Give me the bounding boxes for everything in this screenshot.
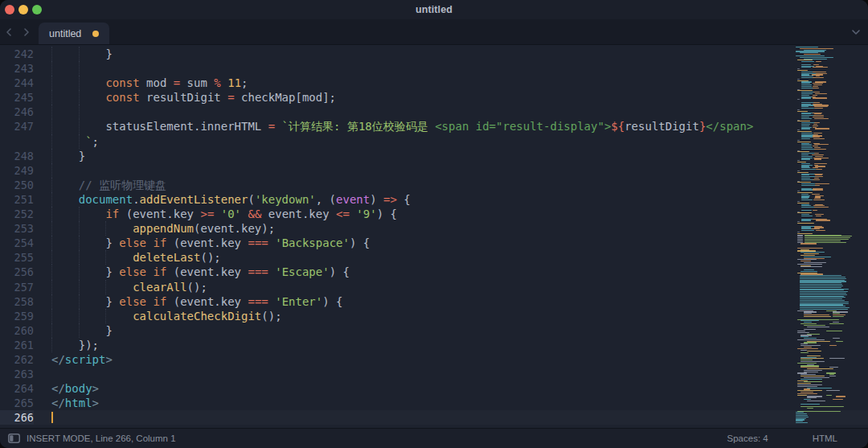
line-content[interactable] <box>51 105 868 119</box>
line-content[interactable]: if (event.key >= '0' && event.key <= '9'… <box>51 207 868 221</box>
code-line[interactable]: 246 <box>0 105 868 119</box>
line-content[interactable]: </script> <box>51 352 868 367</box>
code-line[interactable]: 248 } <box>0 149 868 163</box>
line-number <box>0 134 34 149</box>
tab-overflow-button[interactable] <box>847 20 865 44</box>
panel-left-icon <box>8 434 20 443</box>
code-line[interactable]: 247 statusElement.innerHTML = `计算结果: 第18… <box>0 119 868 134</box>
line-content[interactable] <box>51 163 868 178</box>
zoom-button[interactable] <box>32 5 42 14</box>
code-line[interactable]: 242 } <box>0 47 868 61</box>
indent-guide <box>51 178 52 192</box>
indent-guide <box>105 250 106 265</box>
line-content[interactable]: } else if (event.key === 'Backspace') { <box>51 236 868 250</box>
code-line[interactable]: 251 document.addEventListener('keydown',… <box>0 192 868 207</box>
line-content[interactable]: const resultDigit = checkMap[mod]; <box>51 90 868 105</box>
code-token: } <box>51 236 119 249</box>
panel-toggle-button[interactable] <box>8 434 20 443</box>
line-content[interactable]: }); <box>51 338 868 352</box>
indent-guide <box>79 323 80 338</box>
nav-back-button[interactable] <box>0 20 18 44</box>
line-content[interactable]: `; <box>51 134 868 149</box>
line-content[interactable] <box>51 61 868 76</box>
line-content[interactable]: // 监听物理键盘 <box>51 178 868 192</box>
code-line[interactable]: 265</html> <box>0 396 868 410</box>
line-content[interactable]: } else if (event.key === 'Escape') { <box>51 265 868 279</box>
indent-guide <box>79 250 80 265</box>
language-indicator[interactable]: HTML <box>813 434 837 443</box>
code-line[interactable]: 260 } <box>0 323 868 338</box>
line-content[interactable]: } <box>51 323 868 338</box>
tab-bar: untitled <box>0 19 868 45</box>
line-content[interactable]: deleteLast(); <box>51 250 868 265</box>
code-line[interactable]: 252 if (event.key >= '0' && event.key <=… <box>0 207 868 221</box>
code-line[interactable]: 255 deleteLast(); <box>0 250 868 265</box>
minimap-line <box>813 210 817 211</box>
minimap-line <box>829 323 844 324</box>
minimap-line <box>815 93 827 94</box>
editor-pane: 242 }243244 const mod = sum % 11;245 con… <box>0 45 868 428</box>
line-content[interactable]: statusElement.innerHTML = `计算结果: 第18位校验码… <box>51 119 868 134</box>
line-number: 249 <box>0 163 34 178</box>
nav-forward-button[interactable] <box>18 20 35 44</box>
code-line[interactable]: 261 }); <box>0 338 868 352</box>
code-line[interactable]: 254 } else if (event.key === 'Backspace'… <box>0 236 868 250</box>
text-cursor <box>51 412 53 423</box>
code-line[interactable]: 243 <box>0 61 868 76</box>
line-content[interactable]: </html> <box>51 396 868 410</box>
minimap-line <box>813 72 827 72</box>
minimap[interactable] <box>794 47 858 425</box>
minimap-line <box>801 194 809 195</box>
line-content[interactable]: </body> <box>51 381 868 396</box>
minimap-line <box>800 309 848 310</box>
line-number: 248 <box>0 149 34 163</box>
code-token: clearAll <box>133 281 186 294</box>
code-line[interactable]: 266 <box>0 410 868 425</box>
close-button[interactable] <box>5 5 14 14</box>
code-line[interactable]: 250 // 监听物理键盘 <box>0 178 868 192</box>
code-token: </span> <box>706 120 753 133</box>
indent-guide <box>51 105 52 119</box>
indent-guide <box>105 280 106 294</box>
line-content[interactable]: } else if (event.key === 'Enter') { <box>51 294 868 309</box>
line-content[interactable] <box>51 367 868 381</box>
line-content[interactable]: document.addEventListener('keydown', (ev… <box>51 192 868 207</box>
line-content[interactable]: clearAll(); <box>51 280 868 294</box>
code-line[interactable]: 244 const mod = sum % 11; <box>0 76 868 90</box>
code-line[interactable]: 258 } else if (event.key === 'Enter') { <box>0 294 868 309</box>
minimap-line <box>797 332 809 333</box>
code-token: => <box>383 193 397 206</box>
line-content[interactable]: calculateCheckDigit(); <box>51 309 868 323</box>
code-token: addEventListener <box>140 193 248 206</box>
indentation-indicator[interactable]: Spaces: 4 <box>727 434 768 443</box>
code-line[interactable]: 256 } else if (event.key === 'Escape') { <box>0 265 868 279</box>
minimap-line <box>800 48 833 49</box>
minimap-line <box>813 86 819 87</box>
minimap-line <box>805 239 849 240</box>
minimap-line <box>801 133 813 134</box>
code-line[interactable]: 264</body> <box>0 381 868 396</box>
minimap-line <box>833 338 840 339</box>
minimap-line <box>801 67 811 68</box>
code-line[interactable]: 249 <box>0 163 868 178</box>
minimap-line <box>801 207 815 208</box>
chevron-left-icon <box>4 27 14 37</box>
code-token: if <box>105 208 119 220</box>
line-content[interactable]: const mod = sum % 11; <box>51 76 868 90</box>
line-content[interactable] <box>51 410 868 425</box>
code-line[interactable]: `; <box>0 134 868 149</box>
line-content[interactable]: appendNum(event.key); <box>51 221 868 236</box>
code-line[interactable]: 257 clearAll(); <box>0 280 868 294</box>
code-line[interactable]: 259 calculateCheckDigit(); <box>0 309 868 323</box>
code-line[interactable]: 263 <box>0 367 868 381</box>
code-line[interactable]: 253 appendNum(event.key); <box>0 221 868 236</box>
line-content[interactable]: } <box>51 47 868 61</box>
line-content[interactable]: } <box>51 149 868 163</box>
code-line[interactable]: 262</script> <box>0 352 868 367</box>
tab-untitled[interactable]: untitled <box>39 23 109 44</box>
indent-guide <box>51 280 52 294</box>
code-line[interactable]: 245 const resultDigit = checkMap[mod]; <box>0 90 868 105</box>
indent-guide <box>51 309 52 323</box>
minimap-line <box>807 408 813 409</box>
minimize-button[interactable] <box>18 5 28 14</box>
